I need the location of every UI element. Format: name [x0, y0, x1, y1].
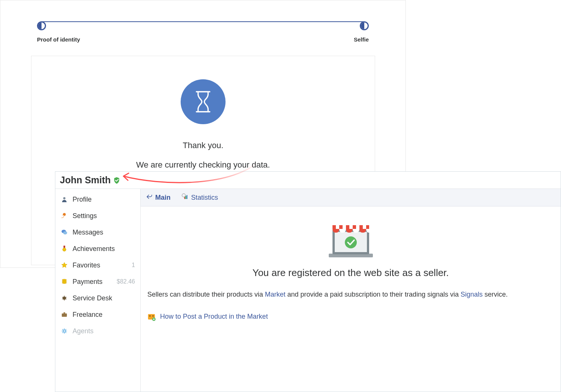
- tab-statistics[interactable]: Statistics: [182, 193, 218, 202]
- sidebar-item-label: Profile: [73, 196, 92, 203]
- seller-registered-title: You are registered on the web site as a …: [147, 267, 554, 279]
- chat-icon: [61, 229, 68, 236]
- svg-point-0: [63, 197, 65, 199]
- svg-point-32: [345, 236, 357, 248]
- sidebar-item-messages[interactable]: Messages: [55, 224, 140, 241]
- svg-rect-25: [346, 225, 349, 229]
- svg-point-13: [182, 193, 186, 197]
- tab-bar: Main Statistics: [141, 189, 561, 206]
- svg-rect-21: [332, 225, 336, 229]
- wrench-icon: [61, 212, 68, 220]
- market-box-icon: [147, 313, 156, 321]
- briefcase-icon: [61, 311, 68, 318]
- half-circle-icon: [37, 21, 46, 30]
- svg-rect-29: [359, 225, 363, 229]
- sidebar-badge: 1: [132, 262, 135, 269]
- sidebar-item-profile[interactable]: Profile: [55, 191, 140, 208]
- sidebar-item-label: Service Desk: [73, 294, 112, 302]
- svg-rect-11: [62, 315, 67, 315]
- svg-rect-34: [150, 315, 151, 316]
- shop-illustration-icon: [327, 222, 375, 260]
- profile-header: John Smith: [55, 172, 561, 189]
- verification-title: Thank you.: [31, 141, 375, 150]
- svg-rect-22: [336, 225, 339, 229]
- sidebar-item-achievements[interactable]: Achievements: [55, 241, 140, 257]
- profile-name: John Smith: [60, 175, 111, 186]
- sidebar-item-payments[interactable]: Payments $82.46: [55, 273, 140, 290]
- svg-point-2: [63, 231, 67, 234]
- progress-step-identity: Proof of identity: [37, 21, 80, 43]
- svg-rect-10: [64, 312, 65, 313]
- sidebar-item-label: Payments: [73, 278, 102, 286]
- coins-icon: [61, 278, 68, 285]
- hourglass-icon: [181, 79, 226, 124]
- text: Sellers can distribute their products vi…: [147, 291, 265, 298]
- step-label: Selfie: [354, 36, 369, 43]
- svg-point-4: [63, 248, 66, 251]
- market-link[interactable]: Market: [265, 291, 285, 298]
- progress-step-selfie: Selfie: [354, 21, 369, 43]
- sidebar-badge: $82.46: [117, 278, 135, 285]
- half-circle-icon: [360, 21, 369, 30]
- svg-rect-15: [186, 196, 186, 199]
- svg-point-7: [62, 282, 67, 284]
- tab-main[interactable]: Main: [146, 193, 171, 202]
- svg-rect-24: [343, 225, 346, 229]
- tab-label: Main: [155, 194, 171, 202]
- svg-rect-27: [353, 225, 356, 229]
- seller-description: Sellers can distribute their products vi…: [147, 289, 554, 300]
- svg-point-12: [63, 330, 65, 332]
- verified-shield-icon: [113, 177, 120, 184]
- svg-point-8: [63, 297, 66, 300]
- howto-row: How to Post a Product in the Market: [147, 313, 554, 321]
- medal-icon: [61, 245, 68, 252]
- sidebar-item-label: Messages: [73, 229, 103, 236]
- sidebar-item-label: Settings: [73, 212, 97, 220]
- sidebar-item-label: Achievements: [73, 245, 115, 253]
- svg-rect-30: [363, 225, 366, 229]
- svg-rect-28: [356, 225, 359, 229]
- sidebar-item-label: Favorites: [73, 261, 100, 269]
- svg-rect-31: [366, 225, 369, 229]
- svg-rect-35: [153, 315, 154, 316]
- sidebar-item-settings[interactable]: Settings: [55, 208, 140, 224]
- svg-rect-3: [64, 246, 65, 248]
- howto-link[interactable]: How to Post a Product in the Market: [160, 313, 268, 321]
- signals-link[interactable]: Signals: [460, 291, 482, 298]
- sidebar-item-label: Freelance: [73, 311, 102, 319]
- svg-rect-14: [184, 197, 185, 199]
- sidebar-item-favorites[interactable]: Favorites 1: [55, 257, 140, 273]
- svg-rect-16: [187, 195, 187, 199]
- tab-label: Statistics: [191, 194, 218, 202]
- progress-bar: Proof of identity Selfie: [38, 21, 368, 22]
- back-arrow-icon: [146, 193, 153, 202]
- star-icon: [61, 261, 68, 269]
- svg-rect-26: [349, 225, 353, 229]
- sidebar-item-label: Agents: [73, 327, 94, 335]
- sidebar: Profile Settings Messages Achievements: [55, 189, 141, 392]
- svg-rect-23: [339, 225, 343, 229]
- text: service.: [483, 291, 508, 298]
- text: and provide a paid subscription to their…: [285, 291, 460, 298]
- sidebar-item-servicedesk[interactable]: Service Desk: [55, 290, 140, 306]
- sidebar-item-freelance[interactable]: Freelance: [55, 306, 140, 323]
- content-pane: Main Statistics: [141, 189, 561, 392]
- gear-icon: [61, 327, 68, 335]
- step-label: Proof of identity: [37, 36, 80, 43]
- profile-window: John Smith: [55, 171, 561, 392]
- sidebar-item-agents[interactable]: Agents: [55, 323, 140, 339]
- bar-chart-icon: [182, 193, 188, 202]
- verification-subtitle: We are currently checking your data.: [31, 160, 375, 170]
- bug-icon: [61, 294, 68, 302]
- person-icon: [61, 196, 68, 203]
